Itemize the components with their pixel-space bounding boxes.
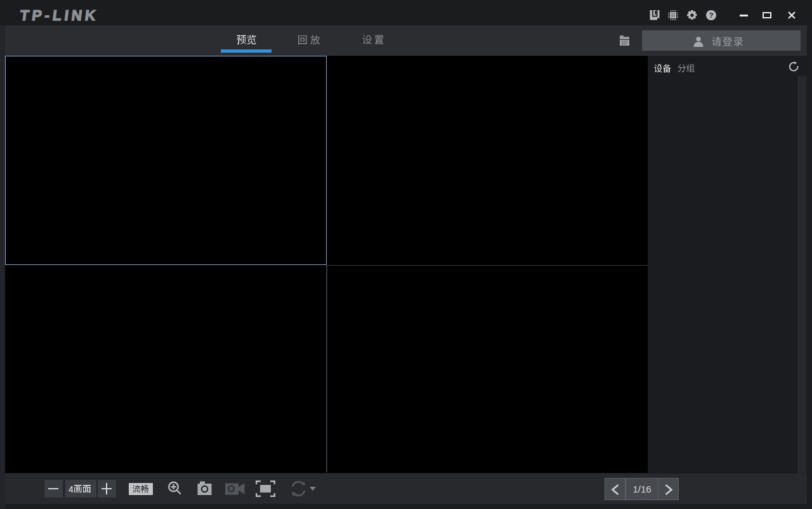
svg-text:?: ? (709, 11, 714, 19)
